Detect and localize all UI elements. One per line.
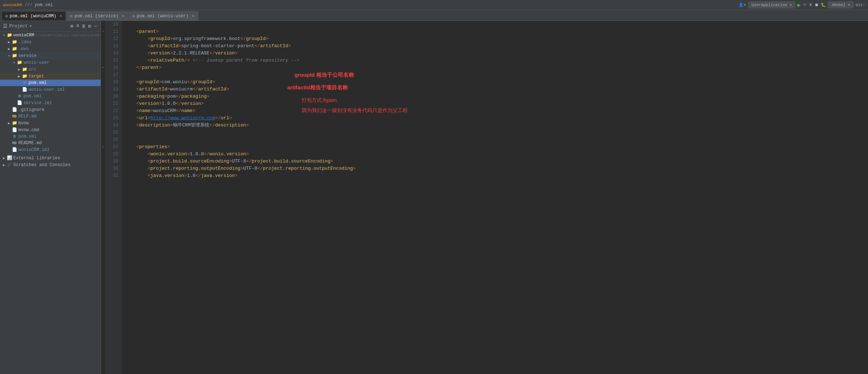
tree-target[interactable]: ▶ 📁 target — [0, 73, 101, 80]
mvnw-cmd-arrow: ▶ — [6, 128, 12, 132]
ln-30: 30 — [105, 165, 118, 172]
ln-23: 23 — [105, 115, 118, 122]
code-line-17 — [125, 71, 868, 79]
code-lines[interactable]: <parent> <groupId>org.springframework.bo… — [121, 21, 868, 374]
tree-service-iml[interactable]: ▶ 📄 service.iml — [0, 99, 101, 106]
service-folder-icon: 📁 — [12, 53, 17, 58]
tab-label-1: pom.xml (woniuCRM) — [10, 14, 57, 19]
tree-root-woniucrm[interactable]: ▾ 📁 woniuCRM ~/IdeaProjects/zwb/woniuCRM — [0, 32, 101, 39]
tree-root-pom[interactable]: ▶ m pom.xml — [0, 133, 101, 140]
idea-folder-icon: 📁 — [12, 39, 17, 45]
tab-close-1[interactable]: × — [59, 14, 62, 18]
settings-icon[interactable]: ⚙ — [87, 22, 92, 30]
tree-readme-md[interactable]: ▶ MD README.md — [0, 140, 101, 146]
tree-woniu-user-iml[interactable]: ▶ 📄 woniu-user.iml — [0, 86, 101, 93]
tab-close-3[interactable]: × — [192, 14, 194, 18]
tab-close-2[interactable]: × — [122, 14, 124, 18]
service-iml-arrow: ▶ — [12, 101, 17, 105]
editor-content: ▾ ▾ ▾ — [101, 21, 868, 374]
mvnw-cmd-label: mvnw.cmd — [17, 128, 39, 133]
code-line-14: <version>2.2.1.RELEASE</version> — [125, 50, 868, 57]
code-line-26 — [125, 136, 868, 143]
code-line-28: <woniu.version>1.0.0</woniu.version> — [125, 151, 868, 158]
tree-gitignore[interactable]: ▶ 📄 .gitignore — [0, 106, 101, 113]
code-line-31: <java.version>1.8</java.version> — [125, 172, 868, 179]
code-line-11: <parent> — [125, 28, 868, 35]
ln-18: 18 — [105, 79, 118, 86]
mvnw-arrow: ▶ — [6, 121, 12, 125]
woniucrm-iml-label: woniuCRM.iml — [17, 147, 49, 152]
tree-pom-woniu-user[interactable]: ▶ m pom.xml — [0, 80, 101, 86]
tree-idea[interactable]: ▶ 📁 .idea — [0, 39, 101, 45]
fold-gutter: ▾ ▾ ▾ — [101, 21, 105, 374]
ln-31: 31 — [105, 172, 118, 179]
tree-mvn[interactable]: ▶ 📁 .mvn — [0, 45, 101, 52]
service-pom-label: pom.xml — [22, 94, 41, 99]
tree-external-libraries[interactable]: ▶ 📊 External Libraries — [0, 155, 101, 161]
target-arrow: ▶ — [17, 74, 22, 79]
tree-service[interactable]: ▾ 📁 service — [0, 52, 101, 59]
pause-button[interactable]: ⏸ — [809, 3, 812, 7]
mvn-folder-icon: 📁 — [12, 46, 17, 52]
scratches-label: Scratches and Consoles — [12, 162, 70, 168]
ext-lib-arrow: ▶ — [1, 156, 6, 160]
service-pom-icon: m — [17, 94, 22, 99]
fold-27[interactable]: ▾ — [101, 143, 105, 151]
tree-mvnw[interactable]: ▶ 📁 mvnw — [0, 120, 101, 126]
tab-icon-1: m — [5, 14, 8, 18]
tree-scratches[interactable]: ▶ 🖊 Scratches and Consoles — [0, 161, 101, 168]
service-iml-icon: 📄 — [17, 100, 22, 106]
code-line-23: <url>http://www.woniucrm.com</url> — [125, 115, 868, 122]
mvn-label: .mvn — [17, 46, 29, 52]
ln-17: 17 — [105, 71, 118, 79]
pom-woniu-user-icon: m — [22, 80, 27, 85]
ln-12: 12 — [105, 35, 118, 43]
code-line-27: <properties> — [125, 143, 868, 151]
add-file-icon[interactable]: ⊕ — [70, 22, 74, 30]
tree-help-md[interactable]: ▶ MD HELP.md — [0, 113, 101, 120]
code-line-22: <name>woniuCRM</name> — [125, 107, 868, 115]
tab-pom-woniu-user[interactable]: m pom.xml (woniu-user) × — [128, 11, 198, 21]
run-config[interactable]: UserApplication ▾ — [748, 1, 795, 8]
debug-button[interactable]: 🐛 — [821, 3, 826, 7]
ln-27: 27 — [105, 143, 118, 151]
tree-service-pom[interactable]: ▶ m pom.xml — [0, 93, 101, 99]
fold-16[interactable]: ▾ — [101, 64, 105, 71]
tree-mvnw-cmd[interactable]: ▶ 📄 mvnw.cmd — [0, 126, 101, 133]
code-line-29: <project.build.sourceEncoding>UTF-8</pro… — [125, 158, 868, 165]
stop-button[interactable]: ⏹ — [815, 3, 819, 7]
mvnw-folder-icon: 📁 — [12, 120, 17, 126]
ln-21: 21 — [105, 100, 118, 107]
help-md-arrow: ▶ — [6, 114, 12, 119]
tree-woniu-user[interactable]: ▾ 📁 woniu-user — [0, 59, 101, 66]
toolbar-right: 👤▾ UserApplication ▾ ▶ ⟳ ⏸ ⏹ 🐛 JRebel ▾ … — [739, 1, 865, 9]
editor-area: ▾ ▾ ▾ — [101, 21, 868, 374]
scratches-icon: 🖊 — [6, 162, 12, 168]
code-line-19: <artifactId>woniucrm</artifactId> — [125, 86, 868, 93]
tab-pom-woniucrm[interactable]: m pom.xml (woniuCRM) × — [1, 11, 66, 21]
fold-11[interactable]: ▾ — [101, 28, 105, 35]
minimize-icon[interactable]: — — [93, 22, 98, 30]
woniu-user-folder-icon: 📁 — [17, 60, 22, 65]
main-layout: ☰ Project ▾ ⊕ ≡ ≣ ⚙ — ▾ 📁 woniuCRM ~/Ide… — [0, 21, 868, 374]
service-iml-label: service.iml — [22, 101, 52, 106]
title-bar: woniuCRM /// pom.xml 👤▾ UserApplication … — [0, 0, 868, 10]
run-button[interactable]: ▶ — [797, 1, 801, 9]
target-folder-icon: 📁 — [22, 74, 27, 79]
jrebel-button[interactable]: JRebel ▾ — [828, 1, 854, 8]
expand-icon[interactable]: ≣ — [81, 22, 86, 30]
sidebar-chevron[interactable]: ▾ — [29, 23, 32, 29]
title-filename: pom.xml — [35, 3, 53, 8]
pom-woniu-user-arrow: ▶ — [17, 81, 22, 85]
ln-11: 11 — [105, 28, 118, 35]
collapse-icon[interactable]: ≡ — [75, 22, 80, 30]
reload-button[interactable]: ⟳ — [803, 3, 806, 7]
tree-src[interactable]: ▶ 📁 src — [0, 66, 101, 73]
code-line-20: <packaging>pom</packaging> — [125, 93, 868, 100]
readme-md-label: README.md — [17, 141, 42, 146]
help-md-label: HELP.md — [17, 114, 36, 119]
tree-woniucrm-iml[interactable]: ▶ 📄 woniuCRM.iml — [0, 146, 101, 153]
code-line-10 — [125, 21, 868, 28]
tab-pom-service[interactable]: m pom.xml (service) × — [66, 11, 128, 21]
gitignore-arrow: ▶ — [6, 108, 12, 112]
